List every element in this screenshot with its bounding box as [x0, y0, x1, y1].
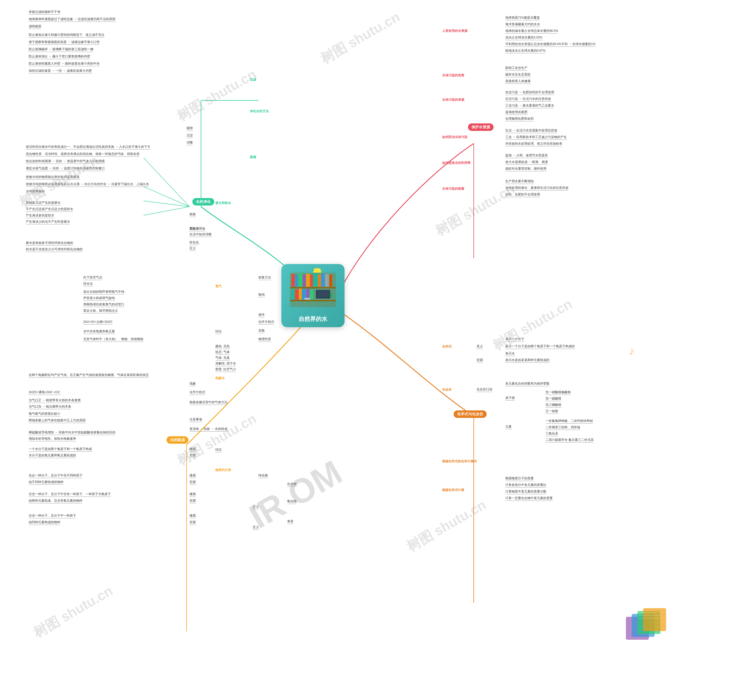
compose-macro-label: 宏观 — [190, 453, 196, 458]
cp-1: 发出尖锐的哨声表明氢气不纯 — [83, 290, 124, 294]
exp-conc: 结论 — [215, 329, 222, 334]
collect-method: 收集方法 — [258, 275, 271, 280]
elec-conduct: 增加水的导电性、加快水电极速率 — [29, 437, 76, 441]
ev-2: 二价铜汞三铝铁、四价锰 — [545, 425, 580, 430]
ev-1: 一价氯氢钾钠银、二价钙镁锌和钡 — [545, 419, 593, 424]
pp-density: 密度: 比空气小 — [215, 368, 236, 372]
svg-line-2 — [144, 207, 190, 215]
bookshelf-illustration — [287, 267, 339, 313]
physical-prop: 物理性质 — [258, 337, 271, 342]
svg-marker-31 — [313, 268, 321, 273]
val-rule: 各元素化合价的数和为保持零数 — [505, 382, 549, 386]
svg-line-3 — [144, 158, 190, 207]
check-pure: 验纯 — [258, 293, 265, 297]
oxide-micro: 仅含一种分子、且分子中含有一种原子、一种原子为氢原子 — [29, 492, 111, 497]
comp-micro: 化合一种分子、且分子中含不同种原子 — [29, 474, 82, 478]
cf-1: 表示一个分子 — [505, 337, 524, 342]
yrs-1: 有较多沉淀产生的是硬水 — [26, 201, 60, 206]
oxide-macro-l: 宏观 — [190, 499, 196, 503]
svg-rect-13 — [295, 275, 298, 287]
svg-line-1 — [144, 201, 190, 207]
svg-rect-15 — [303, 274, 306, 287]
elem-micro: 仅含一种分子、且分子中一种原子 — [29, 514, 76, 518]
zhengliu-4: 测定水蒸气温度 → 目的 → 温度计转移的温液管控制窗口 — [26, 166, 105, 171]
zhengliu-3: 热化加的时候观测 → 目的 → 使温度中的气体入出的很慢 — [26, 159, 105, 164]
harm-3: 直接危害人体健康 — [505, 79, 530, 84]
prev-3: 对排放的水处理处理、使之符合排放标准 — [505, 142, 562, 146]
guolv-leaf-7: 防止液体淌出 → 漏斗下管口紧靠玻璃杯内壁 — [29, 54, 90, 59]
elec-density: 氢气氧气的密度比较小 — [29, 412, 60, 416]
yrs-4: 产生海沫少的当不产生时是硬水 — [26, 220, 70, 224]
src-2: 生活污染 → 生活污水的任意排放 — [505, 97, 551, 101]
fac-2: 未经处理的液水、废液和生活污水的任意排放 — [505, 186, 569, 191]
watermark-2: 树图 shutu.cn — [174, 65, 260, 125]
topic-zhengliu: 蒸馏 — [250, 155, 256, 159]
ev-4: 二四六硫都齐全 氮元素三二价尤其 — [545, 438, 594, 443]
guolv-leaf-6: 防止玻璃破碎 → 玻璃棒下端轻靠三层滤纸一侧 — [29, 47, 93, 52]
elem-micro-l: 微观 — [190, 514, 196, 518]
jinghua-adsorb: 吸附 — [187, 126, 193, 131]
experiment: 实验 — [258, 329, 265, 333]
pp-soluble: 溶解性: 溶于水 — [215, 362, 236, 366]
compose-micro: 一个水分子是由两个氢原子和一个氧原子构成 — [29, 447, 92, 452]
cp-2: 声音很小则表明气较纯 — [83, 296, 115, 301]
topic-calc: 根据化学式计算 — [442, 488, 464, 492]
yrs-def1: 硬水是有较多可溶性钙镁化合物的 — [26, 241, 73, 246]
guolv-leaf-3: 滤纸破损 — [29, 24, 41, 29]
operation: 操作 — [258, 313, 265, 318]
svg-rect-19 — [318, 274, 321, 287]
cf-3: 表示水 — [505, 351, 515, 356]
svg-rect-16 — [306, 274, 310, 287]
guolv-leaf-2: 倾倒液体时液面超过了滤纸边缘 → 过滤后滤液仍然不法的原因 — [29, 17, 115, 22]
elec-ceq: 化学方程式 — [190, 390, 205, 395]
branch-purify: 水的净化 — [192, 198, 214, 206]
compose-macro: 水分子是由氢元素和氧元素组成的 — [29, 453, 76, 458]
harm-1: 影响工农业生产 — [505, 66, 527, 71]
svg-rect-11 — [290, 300, 336, 301]
cf-4: 表示水是由某某两种元素组成的 — [505, 358, 549, 363]
comp-macro: 由不同种元素组成的物种 — [29, 480, 63, 485]
src-3: 工业污染 → 废水废液的气工业废水 — [505, 104, 554, 108]
pp-1: 无色气体时中（有火焰）、燃烧、持续燃烧 — [83, 337, 143, 342]
elec-notes: 注意事项 — [190, 418, 202, 422]
hw-4: 淡水占全球淡水量的2.53% — [505, 35, 542, 40]
calc-2: 计算各组分中各元素的质量比 — [505, 483, 546, 488]
calc-1: 根据物质分子的质量 — [505, 476, 534, 481]
svg-rect-14 — [298, 273, 302, 287]
pp-smell: 气体: 无臭 — [215, 356, 230, 360]
zhengliu-2: 混合物性质、话当时性、选择含有沸点的混合物、保留一些液态的气味、排除杂质 — [26, 152, 140, 157]
topic-harm: 水体污染的危害 — [442, 73, 464, 78]
zhengliu-1: 使活性剂分级水中的有机成分一、不会因过沸溢出活性炭的失效 → 入水口应于液斗的下… — [26, 145, 150, 150]
zhengliu-5: 使被冷却的物质能从密封处的温度最低 — [26, 175, 80, 179]
svg-rect-23 — [292, 289, 295, 300]
watermark-6: 树图 shutu.cn — [404, 496, 489, 556]
svg-rect-21 — [325, 274, 329, 287]
svg-rect-28 — [310, 290, 313, 300]
oxide-micro-l: 微观 — [190, 492, 196, 497]
hw-5: 可利用的淡水资源占总淡水储量的30.4%不到 → 全球水储量的1% — [505, 42, 595, 47]
cp-3: 用拇指堵住收集氢气的试管口 — [83, 303, 124, 307]
ev-3: 三氧化汞 — [545, 432, 558, 436]
eq-h2: 2H2+O2=点燃=2H2O — [83, 320, 112, 325]
music-note: ♪ — [629, 344, 635, 357]
calc-3: 计算物质中某元素的质量分数 — [505, 490, 546, 494]
yrs-check: 检验 — [190, 212, 196, 217]
zhengliu-6: 使被冷却的物质从温度最低处以冷点沸 → 水出方向的作业 → 冷凝管下端出水、上端… — [26, 182, 149, 187]
hw-6: 陆地淡水占全球水量的0.97% — [505, 49, 545, 53]
rad-4: 正一铵根 — [545, 409, 558, 414]
harm-2: 破坏水生生态系统 — [505, 73, 530, 77]
branch-protect: 保护水资源 — [468, 124, 493, 131]
water-displace: 排水法 — [83, 282, 93, 287]
yrs-practical: 实际用用途 — [190, 227, 205, 231]
prev-1: 生活 → 生活污水实现集中处理后排放 — [505, 129, 557, 133]
util-3: 搞好对水量管控制、循环使用 — [505, 167, 546, 171]
elec-eq: 2H2O=通电=2H2↑+O2↑ — [29, 390, 61, 395]
guolv-leaf-1: 承接过滤的烧杯不干净 — [29, 10, 60, 15]
pure-matter: 纯化物 — [258, 474, 268, 478]
yrs-definition: 定义 — [190, 246, 196, 251]
branch-compose: 水的组成 — [166, 436, 189, 444]
down-air: 向下排空气法 — [83, 275, 102, 280]
val-formula: 化合价口诀 — [477, 387, 492, 392]
topic-human-water: 人类有用的水资源 — [442, 29, 467, 33]
comp-macro-l: 宏观 — [190, 480, 196, 485]
